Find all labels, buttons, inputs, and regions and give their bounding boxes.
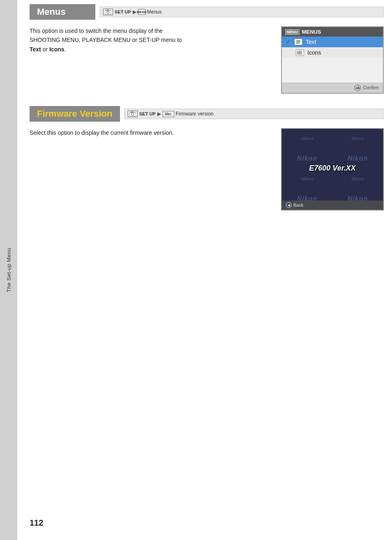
desc-end: . [65, 46, 66, 53]
menus-screen: MENU MENUS ✓ Text [281, 26, 384, 94]
firmware-version-display: E7600 Ver.XX [309, 164, 355, 173]
sidebar-tab: The Set-up Menu [0, 0, 17, 540]
text-icon [294, 39, 302, 45]
back-label: Back [293, 203, 303, 208]
arrow-icon-1: ▶ [133, 9, 136, 15]
menus-description: This option is used to switch the menu d… [30, 26, 273, 54]
firmware-model-text: E7600 Ver.XX [309, 164, 355, 173]
firmware-breadcrumb-item: Firmware version [176, 111, 214, 117]
setup-text: SET UP [115, 9, 131, 14]
back-circle-icon: ◀ [286, 202, 292, 208]
desc-bold-icons: Icons [49, 46, 65, 53]
firmware-desc-text: Select this option to display the curren… [30, 128, 273, 137]
page-number: 112 [21, 518, 43, 528]
menus-title: Menus [30, 4, 95, 20]
nikon-wm-2: Nikon [351, 136, 364, 141]
icons-icon [296, 49, 304, 56]
breadcrumb-menus-item: Menus [147, 9, 162, 15]
svg-rect-9 [300, 53, 302, 54]
menu-icon: MENU [138, 9, 145, 15]
screen-title-text: MENUS [302, 29, 321, 35]
nikon-row-1: Nikon Nikon [282, 136, 383, 141]
firmware-body: Select this option to display the curren… [30, 128, 384, 210]
firmware-breadcrumb: SET UP ▶ Ver. Firmware version [124, 108, 384, 119]
check-icon: ✓ [286, 39, 290, 45]
menus-header: Menus SET UP ▶ MENU Menus [30, 4, 384, 20]
svg-point-12 [131, 113, 134, 115]
firmware-description: Select this option to display the curren… [30, 128, 273, 137]
screen-confirm-bar: ok Confirm [282, 83, 383, 93]
nikon-wm-5: Nikon [301, 176, 314, 181]
svg-point-2 [107, 11, 109, 14]
arrow-icon-2: ▶ [157, 111, 161, 117]
desc-line1: This option is used to switch the menu d… [30, 28, 163, 34]
setup-icon [103, 9, 113, 15]
firmware-setup-text: SET UP [139, 111, 156, 116]
desc-bold-text: Text [30, 46, 41, 53]
menu-item-icons[interactable]: Icons [282, 47, 383, 58]
nikon-wm-4: Nikon [348, 155, 368, 162]
ver-badge: Ver. [163, 111, 174, 117]
ok-icon: ok [354, 85, 361, 91]
firmware-back-bar: ◀ Back [282, 201, 383, 210]
firmware-header: Firmware Version SET UP ▶ Ver. Firmware … [30, 106, 384, 122]
desc-line2: SHOOTING MENU, PLAYBACK MENU or SET-UP m… [30, 37, 182, 43]
firmware-title: Firmware Version [30, 106, 120, 122]
firmware-setup-icon [128, 111, 138, 117]
sidebar-label: The Set-up Menu [6, 248, 12, 292]
menus-section: Menus SET UP ▶ MENU Menus [30, 0, 384, 94]
svg-rect-6 [297, 51, 299, 53]
nikon-wm-3: Nikon [297, 155, 317, 162]
svg-rect-7 [300, 51, 302, 53]
menu-icons-label: Icons [307, 49, 321, 56]
nikon-wm-1: Nikon [301, 136, 314, 141]
confirm-label: Confirm [363, 85, 379, 90]
screen-title-bar: MENU MENUS [282, 27, 383, 37]
nikon-wm-6: Nikon [351, 176, 364, 181]
screen-menu-icon: MENU [285, 29, 300, 35]
menu-item-text[interactable]: ✓ Text [282, 37, 383, 47]
desc-or: or [41, 46, 49, 53]
screen-blank [282, 58, 383, 83]
firmware-screen: Nikon Nikon Nikon Nikon Nikon Nikon Niko… [281, 128, 384, 210]
menu-text-label: Text [306, 39, 316, 45]
nikon-row-2: Nikon Nikon [282, 155, 383, 162]
firmware-section: Firmware Version SET UP ▶ Ver. Firmware … [30, 106, 384, 210]
nikon-row-3: Nikon Nikon [282, 176, 383, 181]
svg-rect-8 [297, 53, 299, 54]
menus-breadcrumb: SET UP ▶ MENU Menus [99, 7, 384, 17]
menus-body: This option is used to switch the menu d… [30, 26, 384, 94]
